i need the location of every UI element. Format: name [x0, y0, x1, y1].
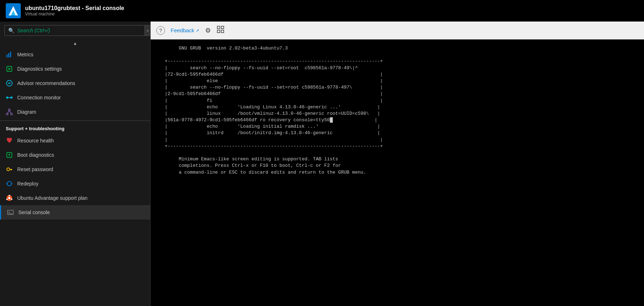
sidebar-item-resource-health[interactable]: Resource health [0, 133, 150, 148]
sidebar-item-label: Advisor recommendations [17, 80, 75, 86]
boot-icon [6, 151, 13, 159]
azure-logo [6, 3, 21, 18]
heart-icon [6, 137, 13, 144]
external-link-icon: ➚ [196, 28, 199, 33]
key-icon [6, 166, 13, 173]
ubuntu-icon [6, 194, 13, 202]
sidebar-item-serial-console[interactable]: Serial console [0, 205, 150, 220]
svg-rect-3 [6, 55, 8, 57]
sidebar-item-label: Connection monitor [17, 95, 61, 100]
sidebar-item-diagram[interactable]: Diagram [0, 105, 150, 119]
svg-rect-34 [221, 26, 224, 29]
svg-point-11 [6, 96, 8, 99]
settings-button[interactable]: ⚙ [205, 27, 211, 34]
svg-rect-35 [217, 30, 220, 33]
diagram-icon [6, 108, 13, 116]
sidebar-item-label: Reset password [17, 166, 53, 172]
sidebar-item-label: Diagnostics settings [17, 66, 62, 72]
svg-line-17 [8, 111, 9, 113]
scroll-up-indicator[interactable]: ▲ [0, 39, 150, 47]
sidebar-item-reset-password[interactable]: Reset password [0, 162, 150, 176]
diagnostics-icon [6, 65, 13, 72]
grid-button[interactable] [217, 25, 224, 35]
svg-point-14 [9, 109, 10, 111]
sidebar-item-metrics[interactable]: Metrics [0, 47, 150, 62]
sidebar-item-connection-monitor[interactable]: Connection monitor [0, 90, 150, 105]
sidebar: 🔍 « ▲ Metrics Diagnostics settings Advis… [0, 22, 151, 306]
svg-point-16 [11, 113, 13, 115]
sidebar-item-label: Ubuntu Advantage support plan [17, 195, 87, 201]
svg-rect-33 [217, 26, 220, 29]
svg-point-20 [7, 168, 10, 171]
support-section-header: Support + troubleshooting [0, 121, 150, 133]
collapse-sidebar-button[interactable]: « [145, 25, 151, 36]
terminal-container[interactable]: GNU GRUB version 2.02~beta3-4ubuntu7.3 +… [151, 39, 644, 306]
svg-point-9 [9, 68, 10, 70]
help-button[interactable]: ? [156, 26, 165, 35]
cursor [330, 117, 333, 123]
svg-point-28 [9, 195, 10, 196]
connection-icon [6, 94, 13, 101]
sidebar-item-label: Serial console [18, 210, 50, 215]
terminal-output: GNU GRUB version 2.02~beta3-4ubuntu7.3 +… [151, 42, 644, 179]
sidebar-item-boot-diagnostics[interactable]: Boot diagnostics [0, 148, 150, 162]
main-layout: 🔍 « ▲ Metrics Diagnostics settings Advis… [0, 22, 644, 306]
search-input[interactable] [17, 28, 142, 33]
sidebar-item-label: Redeploy [17, 181, 38, 187]
sidebar-item-redeploy[interactable]: Redeploy [0, 176, 150, 191]
page-title: ubuntu1710grubtest - Serial console [25, 5, 124, 11]
sidebar-item-diagnostics-settings[interactable]: Diagnostics settings [0, 62, 150, 76]
svg-rect-4 [8, 53, 9, 57]
svg-rect-13 [8, 97, 10, 98]
svg-point-12 [10, 96, 13, 99]
sidebar-item-label: Resource health [17, 138, 54, 143]
sidebar-item-label: Boot diagnostics [17, 152, 54, 158]
redeploy-icon [6, 180, 13, 187]
svg-point-29 [6, 199, 8, 200]
svg-point-15 [6, 113, 8, 115]
bar-chart-icon [6, 51, 13, 58]
svg-point-30 [11, 199, 13, 200]
title-group: ubuntu1710grubtest - Serial console Virt… [25, 5, 124, 17]
feedback-label: Feedback [171, 27, 194, 33]
terminal-icon [7, 209, 14, 216]
top-bar: ubuntu1710grubtest - Serial console Virt… [0, 0, 644, 22]
content-area: ? Feedback ➚ ⚙ GNU GRUB version 2.02~bet… [151, 22, 644, 306]
svg-line-18 [9, 111, 11, 113]
feedback-button[interactable]: Feedback ➚ [171, 27, 199, 33]
svg-rect-36 [221, 30, 224, 33]
page-subtitle: Virtual machine [25, 11, 124, 17]
advisor-icon [6, 80, 13, 87]
sidebar-item-advisor-recommendations[interactable]: Advisor recommendations [0, 76, 150, 90]
svg-rect-5 [10, 52, 11, 57]
sidebar-item-label: Diagram [17, 109, 36, 115]
sidebar-item-ubuntu-support[interactable]: Ubuntu Advantage support plan [0, 191, 150, 205]
sidebar-item-label: Metrics [17, 52, 33, 57]
toolbar: ? Feedback ➚ ⚙ [151, 22, 644, 39]
svg-point-27 [8, 197, 10, 199]
sidebar-search-bar[interactable]: 🔍 « [4, 25, 146, 36]
svg-marker-25 [6, 182, 8, 185]
search-icon: 🔍 [8, 28, 14, 33]
